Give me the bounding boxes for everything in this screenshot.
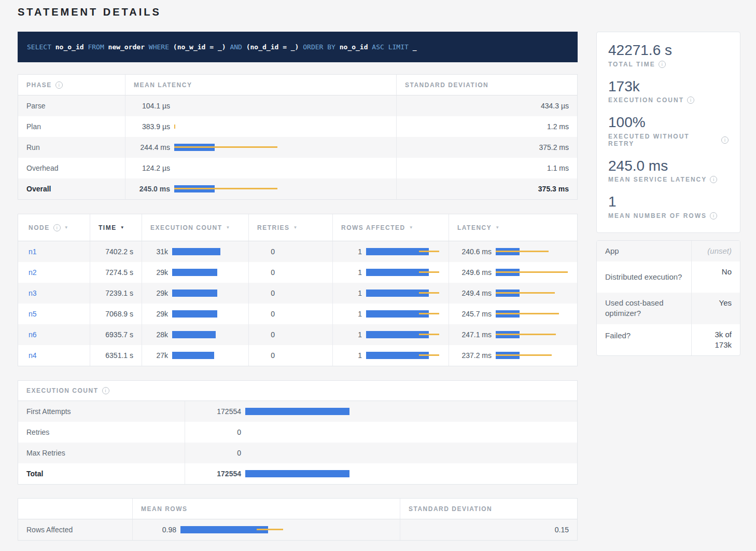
table-row: Total 172554 xyxy=(18,463,577,484)
stat-label: TOTAL TIMEi xyxy=(608,61,729,68)
sql-statement-bar: SELECT no_o_id FROM new_order WHERE (no_… xyxy=(18,32,578,62)
info-icon[interactable]: i xyxy=(659,61,666,68)
latency-bar: 124.2 µs xyxy=(125,164,396,172)
node-column-header[interactable]: NODEi▼ xyxy=(18,214,90,241)
phase-table: PHASEi MEAN LATENCY STANDARD DEVIATION P… xyxy=(18,74,578,200)
detail-row-distributed-execution: Distributed execution? No xyxy=(597,261,740,293)
mean-latency-column-header: MEAN LATENCY xyxy=(125,75,396,95)
time-value: 7239.1 s xyxy=(90,283,142,304)
rows-affected-bar: 1 xyxy=(333,268,449,277)
table-row: Overhead 124.2 µs 1.1 ms xyxy=(18,158,577,178)
info-icon[interactable]: i xyxy=(102,387,109,394)
count-bar xyxy=(172,248,220,255)
latency-bar: 245.0 ms xyxy=(125,185,396,193)
sql-identifier: (no_w_id = _) xyxy=(173,43,226,51)
node-link[interactable]: n3 xyxy=(29,289,37,297)
stddev-value: 1.1 ms xyxy=(396,158,577,178)
table-row: Max Retries 0 xyxy=(18,443,577,463)
table-row: n4 6351.1 s 27k 0 1 237.2 ms xyxy=(18,345,577,366)
info-icon[interactable]: i xyxy=(710,176,717,183)
time-column-header[interactable]: TIME▼ xyxy=(90,214,142,241)
execution-count-column-header[interactable]: EXECUTION COUNT▼ xyxy=(142,214,248,241)
stat-executed-without-retry: 100% EXECUTED WITHOUT RETRYi xyxy=(608,114,729,147)
sort-caret-icon[interactable]: ▼ xyxy=(495,225,500,230)
sql-identifier: (no_d_id = _) xyxy=(246,43,299,51)
stat-mean-number-of-rows: 1 MEAN NUMBER OF ROWSi xyxy=(608,193,729,219)
stddev-value: 0.15 xyxy=(400,519,577,540)
time-value: 7402.2 s xyxy=(90,241,142,262)
info-icon[interactable]: i xyxy=(55,81,63,89)
rows-affected-table: MEAN ROWS STANDARD DEVIATION Rows Affect… xyxy=(18,498,578,541)
node-link[interactable]: n4 xyxy=(29,351,37,360)
retries-value: 0 xyxy=(257,330,275,339)
count-value: 0 xyxy=(193,428,241,436)
stddev-bar xyxy=(174,188,277,189)
statement-details-card: App (unset) Distributed execution? No Us… xyxy=(596,240,740,356)
latency-column-header[interactable]: LATENCY▼ xyxy=(449,214,577,241)
page-title: STATEMENT DETAILS xyxy=(18,6,740,18)
table-row: n6 6935.7 s 28k 0 1 247.1 ms xyxy=(18,324,577,345)
retries-value: 0 xyxy=(257,310,275,318)
execution-count-bar: 27k xyxy=(142,351,248,360)
sort-caret-icon[interactable]: ▼ xyxy=(120,225,125,230)
phase-label: Overhead xyxy=(18,158,125,178)
sort-caret-icon[interactable]: ▼ xyxy=(64,225,69,230)
execution-count-table: EXECUTION COUNTi First Attempts 172554 R… xyxy=(18,380,578,485)
stddev-value: 434.3 µs xyxy=(396,95,577,116)
stat-value: 245.0 ms xyxy=(608,157,729,175)
stat-value: 173k xyxy=(608,78,729,95)
info-icon[interactable]: i xyxy=(687,97,694,104)
rows-affected-bar: 1 xyxy=(333,289,449,297)
retries-column-header[interactable]: RETRIES▼ xyxy=(248,214,332,241)
detail-value: Yes xyxy=(691,293,740,324)
phase-label: Run xyxy=(18,137,125,158)
detail-row-cost-based-optimizer: Used cost-based optimizer? Yes xyxy=(597,293,740,324)
node-link[interactable]: n6 xyxy=(29,330,37,339)
statement-details-page: STATEMENT DETAILS SELECT no_o_id FROM ne… xyxy=(0,0,756,551)
rows-affected-column-header[interactable]: ROWS AFFECTED▼ xyxy=(332,214,449,241)
stat-execution-count: 173k EXECUTION COUNTi xyxy=(608,78,729,104)
stat-value: 100% xyxy=(608,114,729,131)
sql-identifier: new_order xyxy=(108,43,145,51)
mean-rows-column-header: MEAN ROWS xyxy=(132,499,400,519)
execution-count-bar: 29k xyxy=(142,289,248,297)
sql-keyword: SELECT xyxy=(27,43,51,51)
execution-count-bar: 29k xyxy=(142,310,248,318)
rows-affected-bar: 1 xyxy=(333,330,449,339)
latency-bar: 247.1 ms xyxy=(449,330,577,339)
sort-caret-icon[interactable]: ▼ xyxy=(409,225,414,230)
info-icon[interactable]: i xyxy=(53,224,61,231)
sql-keyword: FROM xyxy=(88,43,104,51)
info-icon[interactable]: i xyxy=(710,212,717,219)
count-bar: 172554 xyxy=(185,407,577,416)
detail-value: No xyxy=(691,261,740,293)
detail-row-app: App (unset) xyxy=(597,241,740,261)
sql-keyword: ORDER BY xyxy=(303,43,335,51)
table-row: n5 7068.9 s 29k 0 1 245.7 ms xyxy=(18,304,577,324)
detail-row-failed: Failed? 3k of 173k xyxy=(597,324,740,356)
table-row: Parse 104.1 µs 434.3 µs xyxy=(18,95,577,116)
stddev-value: 375.3 ms xyxy=(396,178,577,199)
time-value: 7274.5 s xyxy=(90,262,142,283)
time-value: 6351.1 s xyxy=(90,345,142,366)
stddev-bar xyxy=(174,125,175,129)
execution-count-table-header: EXECUTION COUNTi xyxy=(18,381,109,401)
stat-total-time: 42271.6 s TOTAL TIMEi xyxy=(608,42,729,68)
detail-label: Failed? xyxy=(597,324,691,356)
node-link[interactable]: n2 xyxy=(29,268,37,277)
summary-stats-card: 42271.6 s TOTAL TIMEi 173k EXECUTION COU… xyxy=(596,32,740,233)
stat-label: MEAN SERVICE LATENCYi xyxy=(608,176,729,183)
latency-bar: 245.7 ms xyxy=(449,310,577,318)
table-row: Overall 245.0 ms 375.3 ms xyxy=(18,178,577,199)
node-link[interactable]: n1 xyxy=(29,247,37,256)
info-icon[interactable]: i xyxy=(721,136,729,144)
node-link[interactable]: n5 xyxy=(29,310,37,318)
execution-count-bar: 29k xyxy=(142,268,248,277)
row-label: Rows Affected xyxy=(18,519,132,540)
detail-label: Used cost-based optimizer? xyxy=(597,293,691,324)
sort-caret-icon[interactable]: ▼ xyxy=(226,225,231,230)
retries-value: 0 xyxy=(257,289,275,297)
detail-label: App xyxy=(597,241,691,261)
stat-value: 42271.6 s xyxy=(608,42,729,59)
sort-caret-icon[interactable]: ▼ xyxy=(293,225,298,230)
